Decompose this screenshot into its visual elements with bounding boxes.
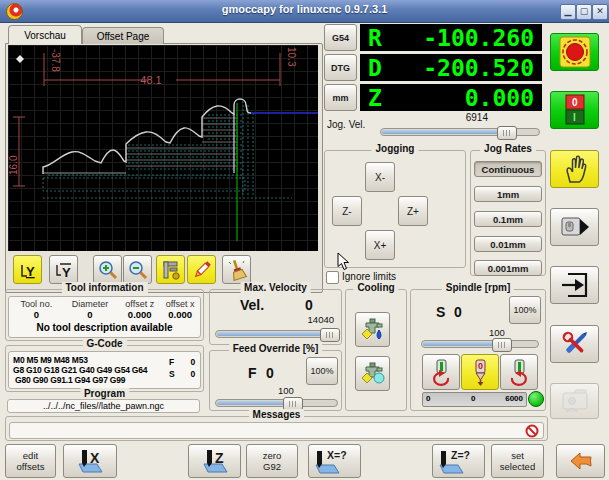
jog-vel-slider[interactable]: [380, 126, 540, 138]
set-selected-button[interactable]: set selected: [491, 444, 544, 478]
minimize-icon[interactable]: ▁: [560, 4, 576, 20]
toggle-dro-button[interactable]: [187, 255, 216, 284]
spindle-stop-button[interactable]: 0: [461, 354, 499, 390]
feed-override-title: Feed Override [%]: [229, 343, 323, 354]
auto-icon: [560, 271, 590, 299]
gcode-line: M0 M5 M9 M48 M53: [13, 355, 88, 365]
origin-marker-icon: [16, 55, 24, 63]
mdi-mode-button[interactable]: [550, 208, 599, 246]
max-velocity-slider[interactable]: [215, 328, 338, 340]
clear-plot-button[interactable]: [222, 255, 251, 284]
tool-info-header: offset z: [118, 299, 161, 309]
jog-rate-01mm-button[interactable]: 0.1mm: [474, 211, 542, 227]
units-button[interactable]: mm: [324, 84, 357, 111]
power-button[interactable]: 0 I: [550, 91, 599, 129]
settings-tools-icon: [560, 329, 590, 359]
set-x-label: X=?: [327, 449, 347, 461]
jog-rate-continuous-button[interactable]: Continuous: [474, 161, 542, 177]
tool-info-header: Diameter: [62, 299, 118, 309]
coord-system-button[interactable]: G54: [324, 24, 357, 51]
dim-right-label: 10.3: [286, 47, 297, 67]
cut-passes: [126, 118, 238, 166]
y-view-icon: Y: [17, 259, 39, 281]
rapid-moves: [43, 101, 292, 198]
dim-width-label: 48.1: [140, 74, 161, 86]
clear-message-button[interactable]: [525, 424, 539, 438]
block-sign-icon: [525, 424, 539, 438]
jog-z-minus-button[interactable]: Z-: [332, 196, 362, 226]
bar-current: 0: [471, 394, 475, 403]
feed-slider-value: 100: [278, 385, 294, 396]
tool-info-header: offset x: [161, 299, 199, 309]
maximize-icon[interactable]: ▢: [576, 4, 592, 20]
view-y-button[interactable]: Y: [13, 255, 42, 284]
zoom-out-button[interactable]: [123, 255, 152, 284]
zero-g92-button[interactable]: zero G92: [246, 444, 298, 478]
tab-offset-page[interactable]: Offset Page: [82, 27, 164, 44]
feed-label: F: [248, 365, 257, 381]
mist-coolant-button[interactable]: [355, 356, 390, 391]
touch-z-label: Z: [215, 450, 224, 466]
auto-mode-button[interactable]: [550, 266, 599, 304]
manual-mode-button[interactable]: [550, 150, 599, 188]
jog-z-plus-button[interactable]: Z+: [398, 196, 428, 226]
jog-rates-title: Jog Rates: [480, 143, 536, 154]
dro-axis-d: D -200.520: [360, 54, 542, 81]
dtg-button[interactable]: DTG: [324, 54, 357, 81]
broom-icon: [226, 259, 248, 281]
spindle-value: 0: [454, 304, 462, 320]
set-z-button[interactable]: Z=?: [432, 444, 485, 478]
flood-coolant-button[interactable]: [355, 312, 390, 347]
toggle-dimensions-button[interactable]: [156, 255, 185, 284]
zoom-in-button[interactable]: [93, 255, 122, 284]
jog-x-minus-button[interactable]: X-: [365, 162, 395, 192]
close-icon[interactable]: ✕: [592, 4, 608, 20]
set-z-label: Z=?: [451, 449, 470, 461]
spindle-label: S: [436, 304, 445, 320]
jog-rate-1mm-button[interactable]: 1mm: [474, 186, 542, 202]
spindle-left-button[interactable]: [422, 354, 460, 390]
jog-rate-001mm-button[interactable]: 0.01mm: [474, 236, 542, 252]
back-button[interactable]: [556, 444, 605, 478]
spindle-right-button[interactable]: [500, 354, 538, 390]
view-y2-button[interactable]: Y: [49, 255, 78, 284]
dro-axis-r: R -100.260: [360, 24, 542, 51]
edit-offsets-button[interactable]: edit offsets: [5, 444, 56, 478]
tool-info-value: 0.000: [161, 309, 199, 320]
jog-x-plus-button[interactable]: X+: [365, 230, 395, 260]
mouse-cursor: [337, 252, 350, 271]
mist-coolant-icon: [359, 360, 386, 387]
gcode-box: M0 M5 M9 M48 M53 G8 G10 G18 G21 G40 G49 …: [8, 351, 201, 389]
caliper-icon: [160, 259, 182, 281]
cooling-frame: Cooling: [345, 289, 407, 411]
spindle-slider[interactable]: [421, 338, 539, 350]
gremlin-preview[interactable]: 48.1 -37.8 10.3 16.0: [8, 45, 318, 251]
dro-letter: Z: [368, 85, 382, 111]
estop-button[interactable]: [550, 33, 599, 71]
max-velocity-frame: Max. Velocity Vel. 0 14040: [209, 289, 342, 345]
touch-z-button[interactable]: Z: [188, 444, 241, 478]
set-x-button[interactable]: X=?: [308, 444, 361, 478]
titlebar[interactable]: gmoccapy for linuxcnc 0.9.7.3.1 ▁ ▢ ✕: [0, 0, 609, 23]
dro-axis-z: Z 0.000: [360, 84, 542, 111]
jog-vel-value: 6914: [440, 112, 488, 123]
touch-x-button[interactable]: X: [63, 444, 117, 478]
svg-text:Y: Y: [62, 265, 71, 280]
y2-view-icon: Y: [53, 259, 75, 281]
program-frame: Program ../../../nc_files//lathe_pawn.ng…: [5, 396, 204, 414]
spindle-reset-button[interactable]: 100%: [509, 296, 541, 324]
dro-value: 0.000: [465, 85, 534, 111]
ignore-limits-checkbox[interactable]: [326, 271, 339, 284]
vel-label: Vel.: [240, 297, 264, 313]
tab-vorschau[interactable]: Vorschau: [8, 25, 82, 44]
svg-text:0: 0: [572, 97, 578, 108]
gcode-line: G8 G10 G18 G21 G40 G49 G54 G64: [13, 365, 147, 375]
gcode-s-value: 0: [190, 369, 195, 379]
tool-info-title: Tool information: [61, 282, 147, 293]
cooling-title: Cooling: [353, 282, 398, 293]
flood-coolant-icon: [359, 316, 386, 343]
feed-override-slider[interactable]: [215, 397, 338, 409]
settings-button[interactable]: [550, 325, 599, 363]
jog-rate-0001mm-button[interactable]: 0.001mm: [474, 260, 542, 276]
feed-reset-button[interactable]: 100%: [306, 357, 338, 385]
